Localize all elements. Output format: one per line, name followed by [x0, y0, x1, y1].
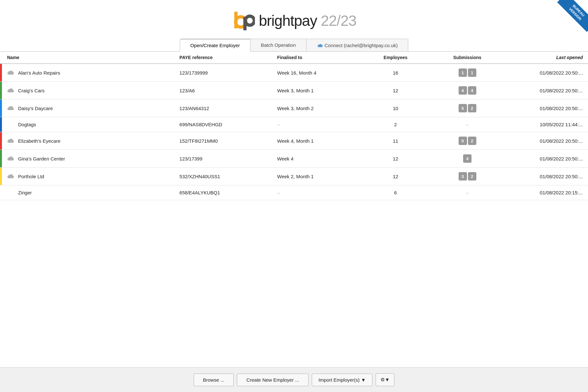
browse-button[interactable]: Browse ...: [194, 374, 234, 386]
submission-badge: 2: [468, 104, 476, 112]
employer-paye: 699/NAS8DVEHGD: [174, 117, 272, 132]
cloud-sync-icon: [7, 138, 14, 144]
logo-icon: [232, 9, 255, 32]
employer-name-cell: Elizabeth's Eyecare: [2, 132, 174, 150]
cloud-sync-icon: [7, 70, 14, 76]
employer-name-cell: Porthole Ltd: [2, 168, 174, 185]
submission-badge: 5: [459, 137, 467, 145]
employer-last-opened: 10/05/2022 11:44:...: [508, 117, 588, 132]
employer-employees: 12: [364, 150, 427, 168]
employer-name: Daisy's Daycare: [18, 106, 53, 111]
employer-name: Craig's Cars: [18, 88, 45, 93]
col-header-submissions: Submissions: [427, 52, 507, 64]
employer-finalised: –: [272, 185, 364, 200]
employer-finalised: Week 3, Month 2: [272, 99, 364, 117]
table-row[interactable]: Gina's Garden Center123/17399Week 412401…: [0, 150, 588, 168]
employer-submissions: 32: [427, 168, 507, 185]
employer-name: Zinger: [18, 190, 32, 195]
tabs-container: Open/Create Employer Batch Operation Con…: [0, 39, 588, 52]
employer-submissions: 4: [427, 150, 507, 168]
submission-badge: 3: [459, 172, 467, 181]
employer-paye: 152/TF8I271MM0: [174, 132, 272, 150]
cloud-sync-icon: [7, 105, 14, 111]
footer: Browse ... Create New Employer ... Impor…: [0, 367, 588, 392]
header: brightpay 22/23: [0, 0, 588, 39]
employer-last-opened: 01/08/2022 20:50:...: [508, 132, 588, 150]
logo-text: brightpay 22/23: [259, 12, 356, 29]
employer-name: Elizabeth's Eyecare: [18, 138, 60, 144]
employer-name: Dogtags: [18, 122, 36, 127]
col-header-finalised: Finalised to: [272, 52, 364, 64]
employer-submissions: –: [427, 185, 507, 200]
employer-last-opened: 01/08/2022 20:50:...: [508, 150, 588, 168]
employer-employees: 2: [364, 117, 427, 132]
employer-paye: 123/AN64312: [174, 99, 272, 117]
submission-badge: 1: [468, 68, 476, 77]
cloud-icon: [317, 43, 323, 47]
employer-last-opened: 01/08/2022 20:50:...: [508, 168, 588, 185]
employer-employees: 12: [364, 82, 427, 99]
employer-name-cell: Dogtags: [2, 117, 174, 132]
employer-last-opened: 01/08/2022 20:50:...: [508, 64, 588, 82]
main-area: Name PAYE reference Finalised to Employe…: [0, 51, 588, 226]
employer-paye: 123/1739999: [174, 64, 272, 82]
create-new-employer-button[interactable]: Create New Employer ...: [237, 374, 308, 386]
employer-last-opened: 01/08/2022 20:50:...: [508, 99, 588, 117]
import-employer-button[interactable]: Import Employer(s) ▼: [312, 374, 373, 386]
svg-point-3: [245, 16, 254, 25]
employer-finalised: Week 2, Month 1: [272, 168, 364, 185]
table-header-row: Name PAYE reference Finalised to Employe…: [0, 52, 588, 64]
employer-paye: 123/17399: [174, 150, 272, 168]
table-row[interactable]: Craig's Cars123/A6Week 3, Month 1124401/…: [0, 82, 588, 99]
employer-submissions: 44: [427, 82, 507, 99]
tab-batch-operation[interactable]: Batch Operation: [250, 39, 306, 52]
submission-badge: 4: [468, 86, 476, 95]
employer-name-cell: Zinger: [2, 185, 174, 200]
col-header-employees: Employees: [364, 52, 427, 64]
employer-name: Alan's Auto Repairs: [18, 70, 60, 76]
bureau-banner: BUREAUVERSION: [549, 0, 588, 39]
employer-last-opened: 01/08/2022 20:15:...: [508, 185, 588, 200]
submission-badge: 2: [468, 172, 476, 181]
tab-open-create[interactable]: Open/Create Employer: [180, 39, 250, 52]
employer-employees: 12: [364, 168, 427, 185]
cloud-sync-icon: [7, 88, 14, 94]
table-row[interactable]: Dogtags699/NAS8DVEHGD–2–10/05/2022 11:44…: [0, 117, 588, 132]
employer-paye: 658/E4ALYKUBQ1: [174, 185, 272, 200]
employer-name-cell: Daisy's Daycare: [2, 99, 174, 117]
employer-submissions: 11: [427, 64, 507, 82]
cloud-sync-icon: [7, 156, 14, 162]
employer-name-cell: Craig's Cars: [2, 82, 174, 99]
employer-paye: 123/A6: [174, 82, 272, 99]
submission-badge: 1: [459, 68, 467, 77]
employer-employees: 11: [364, 132, 427, 150]
employer-finalised: Week 3, Month 1: [272, 82, 364, 99]
submission-badge: 5: [459, 104, 467, 112]
table-row[interactable]: Elizabeth's Eyecare152/TF8I271MM0Week 4,…: [0, 132, 588, 150]
table-row[interactable]: Zinger658/E4ALYKUBQ1–6–01/08/2022 20:15:…: [0, 185, 588, 200]
table-row[interactable]: Porthole Ltd532/XZHN40USS1Week 2, Month …: [0, 168, 588, 185]
employer-table: Name PAYE reference Finalised to Employe…: [0, 52, 588, 200]
employer-name: Gina's Garden Center: [18, 156, 65, 161]
table-row[interactable]: Alan's Auto Repairs123/1739999Week 16, M…: [0, 64, 588, 82]
employer-name-cell: Alan's Auto Repairs: [2, 64, 174, 82]
employer-employees: 10: [364, 99, 427, 117]
employer-employees: 16: [364, 64, 427, 82]
submission-badge: 4: [459, 86, 467, 95]
employer-table-wrapper: Name PAYE reference Finalised to Employe…: [0, 51, 588, 200]
employer-finalised: –: [272, 117, 364, 132]
employer-name: Porthole Ltd: [18, 174, 44, 179]
employer-paye: 532/XZHN40USS1: [174, 168, 272, 185]
gear-button[interactable]: ⚙▼: [376, 373, 394, 386]
logo-container: brightpay 22/23: [232, 9, 356, 32]
cloud-sync-icon: [7, 173, 14, 180]
col-header-paye: PAYE reference: [174, 52, 272, 64]
employer-submissions: 52: [427, 99, 507, 117]
employer-submissions: –: [427, 117, 507, 132]
submission-badge: 4: [463, 154, 471, 163]
table-row[interactable]: Daisy's Daycare123/AN64312Week 3, Month …: [0, 99, 588, 117]
tab-connect[interactable]: Connect (rachel@brightpay.co.uk): [306, 39, 409, 52]
col-header-last-opened: Last opened: [508, 52, 588, 64]
employer-finalised: Week 4: [272, 150, 364, 168]
employer-finalised: Week 16, Month 4: [272, 64, 364, 82]
